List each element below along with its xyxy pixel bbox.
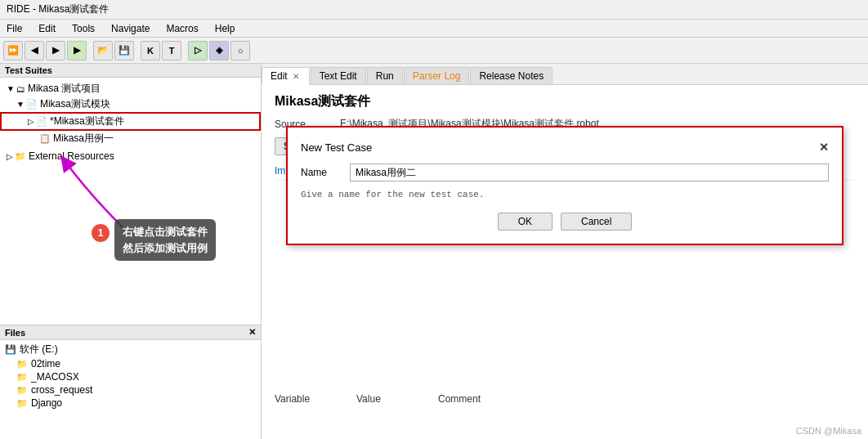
window-title: RIDE - Mikasa测试套件 xyxy=(7,2,109,16)
tree-item-external-resources[interactable]: ▷ 📁 External Resources xyxy=(0,150,261,163)
folder-icon: 🗂 xyxy=(16,84,25,94)
main-layout: Test Suites ▼ 🗂 Mikasa 测试项目 ▼ 📄 Mikasa测试… xyxy=(0,64,868,439)
modal-name-label: Name xyxy=(301,167,350,178)
file-label: Django xyxy=(31,397,62,409)
tree-label: Mikasa用例一 xyxy=(53,132,114,146)
modal-title: New Test Case xyxy=(301,141,372,154)
folder-icon: 📁 xyxy=(16,359,28,370)
content-area: Mikasa测试套件 Source E:\Mikasa_测试项目\Mikasa测… xyxy=(262,85,868,439)
modal-ok-button[interactable]: OK xyxy=(498,213,553,231)
modal-hint: Give a name for the new test case. xyxy=(301,190,829,199)
toolbar: ⏩ ◀ ▶ ▶ 📂 💾 K T ▷ ◈ ○ xyxy=(0,38,868,64)
toolbar-btn-forward-forward[interactable]: ⏩ xyxy=(3,41,23,60)
tree-item-mikasa-module[interactable]: ▼ 📄 Mikasa测试模块 xyxy=(0,96,261,112)
modal-buttons: OK Cancel xyxy=(301,213,829,231)
toolbar-btn-save[interactable]: 💾 xyxy=(114,41,134,60)
tree-label: *Mikasa测试套件 xyxy=(50,114,124,128)
menu-file[interactable]: File xyxy=(3,21,25,36)
tree-item-mikasa-case1[interactable]: 📋 Mikasa用例一 xyxy=(0,131,261,146)
tree-item-mikasa-project[interactable]: ▼ 🗂 Mikasa 测试项目 xyxy=(0,81,261,96)
file-label: _MACOSX xyxy=(31,371,79,383)
tree-label: Mikasa测试模块 xyxy=(40,97,110,111)
menu-bar: File Edit Tools Navigate Macros Help xyxy=(0,20,868,38)
toolbar-btn-back[interactable]: ◀ xyxy=(25,41,44,60)
tab-text-edit-label: Text Edit xyxy=(320,70,357,82)
tab-bar: Edit ✕ Text Edit Run Parser Log Release … xyxy=(262,64,868,85)
drive-icon: 💾 xyxy=(5,344,16,355)
folder-icon: 📁 xyxy=(15,151,26,162)
menu-help[interactable]: Help xyxy=(212,21,239,36)
file-label: 软件 (E:) xyxy=(20,343,58,356)
menu-navigate[interactable]: Navigate xyxy=(108,21,153,36)
annotation-number: 1 xyxy=(92,224,110,242)
menu-macros[interactable]: Macros xyxy=(163,21,201,36)
files-list: 💾 软件 (E:) 📁 02time 📁 _MACOSX 📁 cross_req… xyxy=(0,340,261,437)
toolbar-btn-stop[interactable]: ▶ xyxy=(67,41,87,60)
tree-label: Mikasa 测试项目 xyxy=(28,82,101,96)
tab-run[interactable]: Run xyxy=(367,67,403,84)
tab-parser-log-label: Parser Log xyxy=(413,70,461,82)
modal-title-bar: New Test Case ✕ xyxy=(301,141,829,154)
folder-icon: 📁 xyxy=(16,398,28,409)
file-item-software-e[interactable]: 💾 软件 (E:) xyxy=(0,342,261,357)
file-item-02time[interactable]: 📁 02time xyxy=(0,357,261,370)
annotation-line2: 然后添加测试用例 xyxy=(123,240,208,257)
files-close-icon[interactable]: ✕ xyxy=(248,327,256,338)
folder-icon: 📁 xyxy=(16,385,28,396)
file-icon: 📄 xyxy=(36,116,47,127)
tree-item-mikasa-suite[interactable]: ▷ 📄 *Mikasa测试套件 xyxy=(0,112,261,131)
menu-tools[interactable]: Tools xyxy=(69,21,98,36)
test-suites-header: Test Suites xyxy=(0,64,261,78)
file-item-macosx[interactable]: 📁 _MACOSX xyxy=(0,370,261,383)
tab-edit-close[interactable]: ✕ xyxy=(291,72,301,81)
tab-release-notes[interactable]: Release Notes xyxy=(470,67,553,84)
annotation-box: 右键点击测试套件 然后添加测试用例 xyxy=(114,219,216,261)
modal-cancel-button[interactable]: Cancel xyxy=(561,213,632,231)
toolbar-btn-t[interactable]: T xyxy=(162,41,181,60)
toolbar-btn-forward[interactable]: ▶ xyxy=(46,41,65,60)
toolbar-btn-debug[interactable]: ◈ xyxy=(209,41,229,60)
files-header-label: Files xyxy=(5,328,25,338)
testcase-icon: 📋 xyxy=(39,133,51,144)
toolbar-btn-k[interactable]: K xyxy=(141,41,160,60)
modal-close-button[interactable]: ✕ xyxy=(819,141,829,154)
tab-release-notes-label: Release Notes xyxy=(479,70,544,82)
modal-name-row: Name xyxy=(301,164,829,181)
tab-parser-log[interactable]: Parser Log xyxy=(404,67,470,84)
file-label: 02time xyxy=(31,358,60,370)
toolbar-btn-stop2[interactable]: ○ xyxy=(230,41,250,60)
file-item-cross-request[interactable]: 📁 cross_request xyxy=(0,383,261,396)
files-header: Files ✕ xyxy=(0,325,261,340)
left-panel: Test Suites ▼ 🗂 Mikasa 测试项目 ▼ 📄 Mikasa测试… xyxy=(0,64,262,439)
tab-edit-label: Edit xyxy=(271,70,288,82)
modal-overlay: New Test Case ✕ Name Give a name for the… xyxy=(262,85,868,439)
toolbar-btn-open[interactable]: 📂 xyxy=(93,41,113,60)
tree-area: ▼ 🗂 Mikasa 测试项目 ▼ 📄 Mikasa测试模块 ▷ 📄 *Mika… xyxy=(0,78,261,325)
title-bar: RIDE - Mikasa测试套件 xyxy=(0,0,868,20)
tab-edit[interactable]: Edit ✕ xyxy=(262,67,310,85)
tab-text-edit[interactable]: Text Edit xyxy=(311,67,366,84)
file-label: cross_request xyxy=(31,384,92,396)
toolbar-btn-run[interactable]: ▷ xyxy=(188,41,208,60)
modal-name-input[interactable] xyxy=(350,164,829,181)
files-panel: Files ✕ 💾 软件 (E:) 📁 02time 📁 _MACOSX 📁 xyxy=(0,325,261,439)
tab-run-label: Run xyxy=(376,70,394,82)
tree-label: External Resources xyxy=(29,150,114,162)
right-panel: Edit ✕ Text Edit Run Parser Log Release … xyxy=(262,64,868,439)
modal-dialog: New Test Case ✕ Name Give a name for the… xyxy=(286,126,843,245)
file-icon: 📄 xyxy=(26,99,38,110)
file-item-django[interactable]: 📁 Django xyxy=(0,396,261,410)
menu-edit[interactable]: Edit xyxy=(35,21,59,36)
annotation-line1: 右键点击测试套件 xyxy=(123,224,208,240)
folder-icon: 📁 xyxy=(16,372,28,383)
